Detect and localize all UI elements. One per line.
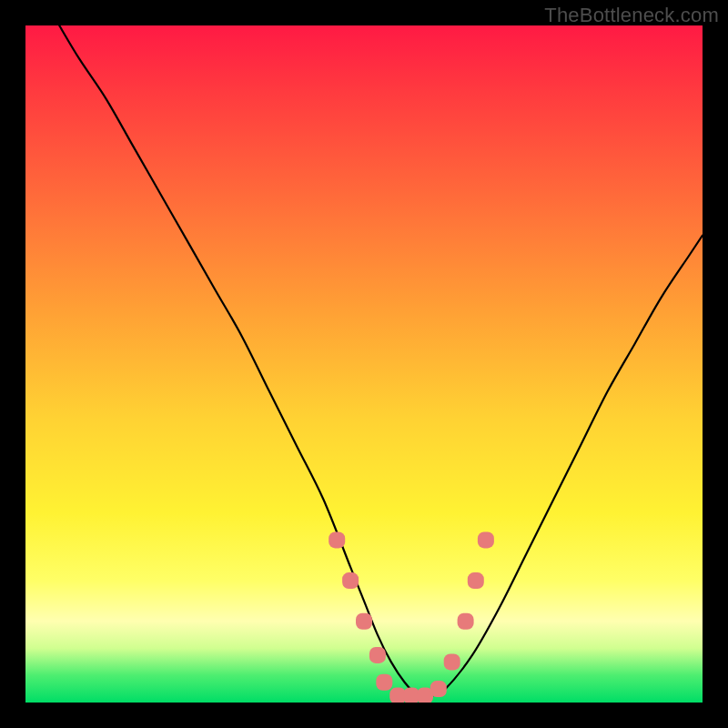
watermark-text: TheBottleneck.com: [544, 4, 719, 27]
curve-marker: [478, 531, 494, 548]
curve-marker: [356, 613, 372, 630]
curve-marker: [342, 572, 359, 589]
curve-markers: [329, 531, 494, 703]
plot-area: [25, 25, 703, 703]
bottleneck-curve: [59, 25, 703, 697]
chart-frame: TheBottleneck.com: [0, 0, 728, 728]
curve-marker: [468, 572, 484, 589]
curve-marker: [430, 681, 447, 697]
curve-marker: [458, 613, 474, 630]
curve-layer: [25, 25, 703, 703]
curve-marker: [444, 653, 460, 670]
curve-marker: [329, 531, 345, 548]
curve-marker: [376, 674, 392, 691]
curve-marker: [369, 647, 386, 663]
